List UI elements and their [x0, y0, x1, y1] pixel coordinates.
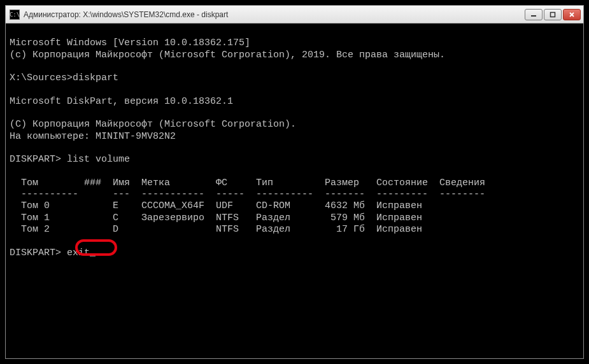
table-header-row: Том ### Имя Метка ФС Тип Размер Состояни…: [10, 178, 485, 188]
prompt-1-cmd: diskpart: [73, 73, 118, 83]
console-area[interactable]: Microsoft Windows [Version 10.0.18362.17…: [6, 24, 583, 358]
window-title: Администратор: X:\windows\SYSTEM32\cmd.e…: [24, 10, 525, 19]
cmd-icon: C:\: [10, 10, 20, 20]
prompt-3-cmd: exit: [67, 248, 90, 258]
table-row: Том 1 C Зарезервиро NTFS Раздел 579 Мб И…: [10, 213, 439, 223]
minimize-button[interactable]: [525, 9, 543, 20]
table-row: Том 0 E CCCOMA_X64F UDF CD-ROM 4632 Мб И…: [10, 200, 439, 211]
copyright-line: (c) Корпорация Майкрософт (Microsoft Cor…: [10, 50, 445, 60]
diskpart-version: Microsoft DiskPart, версия 10.0.18362.1: [10, 96, 233, 107]
version-line: Microsoft Windows [Version 10.0.18362.17…: [10, 38, 250, 48]
titlebar[interactable]: C:\ Администратор: X:\windows\SYSTEM32\c…: [6, 6, 583, 24]
diskpart-copyright: (C) Корпорация Майкрософт (Microsoft Cor…: [10, 119, 296, 130]
prompt-2-cmd: list volume: [67, 154, 130, 165]
svg-rect-1: [551, 12, 555, 17]
prompt-2-path: DISKPART>: [10, 154, 67, 165]
close-button[interactable]: [563, 9, 581, 20]
maximize-button[interactable]: [544, 9, 562, 20]
table-row: Том 2 D NTFS Раздел 17 Гб Исправен: [10, 224, 439, 235]
prompt-3-path: DISKPART>: [10, 248, 67, 258]
computer-line: На компьютере: MININT-9MV82N2: [10, 131, 176, 142]
text-cursor: _: [90, 248, 96, 258]
table-divider-row: ---------- --- ----------- ----- -------…: [10, 189, 485, 200]
cmd-window: C:\ Администратор: X:\windows\SYSTEM32\c…: [5, 5, 584, 359]
window-controls: [525, 9, 581, 20]
prompt-1-path: X:\Sources>: [10, 73, 73, 83]
